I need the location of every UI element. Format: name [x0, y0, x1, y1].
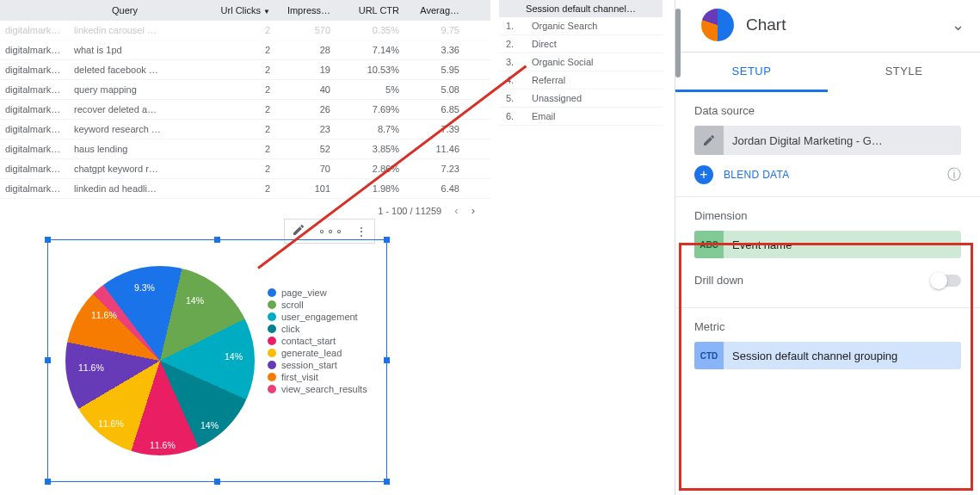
table-row[interactable]: digitalmarketing… what is 1pd 2 28 7.14%…: [0, 40, 490, 60]
row-number: 1.: [506, 21, 532, 31]
resize-handle[interactable]: [45, 357, 51, 363]
legend-item[interactable]: first_visit: [268, 372, 367, 382]
tab-style[interactable]: STYLE: [828, 53, 980, 92]
help-icon[interactable]: ⓘ: [947, 166, 961, 184]
metric-label: Metric: [694, 320, 961, 333]
data-source-chip[interactable]: Jordan Digital Marketing - G…: [694, 126, 961, 155]
impr-cell: 28: [275, 43, 336, 57]
drill-down-toggle[interactable]: [932, 275, 961, 287]
channel-name: Direct: [532, 39, 656, 49]
legend-swatch: [268, 300, 276, 309]
row-number: 3.: [506, 57, 532, 67]
channel-name: Email: [532, 111, 656, 121]
query-cell: deleted facebook …: [69, 63, 206, 77]
pager-next-icon[interactable]: ›: [472, 204, 475, 217]
resize-handle[interactable]: [45, 237, 51, 243]
channel-row[interactable]: 6.Email: [499, 108, 663, 126]
impr-cell: 70: [275, 162, 336, 176]
sort-desc-icon: ▼: [263, 8, 270, 15]
col-clicks[interactable]: Url Clicks ▼: [206, 3, 275, 17]
legend-item[interactable]: scroll: [268, 300, 367, 310]
clicks-cell: 2: [206, 63, 275, 77]
impr-cell: 40: [275, 83, 336, 96]
legend-item[interactable]: user_engagement: [268, 312, 367, 322]
pie-legend: page_viewscrolluser_engagementclickconta…: [268, 288, 367, 396]
section-metric: Metric CTD Session default channel group…: [675, 307, 980, 381]
pie-chart[interactable]: 14%14%14%11.6%11.6%11.6%11.6%9.3% page_v…: [47, 239, 387, 482]
table-row[interactable]: digitalmarketing… keyword research … 2 2…: [0, 120, 490, 139]
impr-cell: 26: [275, 102, 336, 116]
table-pager: 1 - 100 / 11259 ‹ ›: [0, 199, 490, 222]
row-number: 6.: [506, 111, 532, 121]
landing-page-cell: digitalmarketing…: [0, 43, 69, 57]
landing-page-cell: digitalmarketing…: [0, 83, 69, 96]
col-query[interactable]: Query: [69, 3, 206, 17]
pager-prev-icon[interactable]: ‹: [454, 204, 458, 217]
table-row[interactable]: digitalmarketing… linkedin ad headli… 2 …: [0, 179, 490, 199]
sidebar-scrollbar[interactable]: [675, 9, 681, 77]
query-cell: linkedin carousel …: [69, 23, 206, 37]
legend-swatch: [268, 312, 276, 321]
chart-type-selector[interactable]: Chart ⌄: [675, 0, 980, 53]
chart-more-icon[interactable]: ⋮: [355, 225, 367, 238]
legend-item[interactable]: session_start: [268, 360, 367, 370]
resize-handle[interactable]: [214, 479, 220, 485]
drill-down-row: Drill down: [675, 258, 980, 287]
channel-header[interactable]: Session default channel…: [499, 0, 663, 17]
avg-cell: 5.08: [404, 83, 465, 96]
col-impressions[interactable]: Impress…: [275, 3, 336, 17]
pager-text: 1 - 100 / 11259: [378, 206, 441, 216]
legend-item[interactable]: page_view: [268, 288, 367, 298]
ctr-cell: 7.69%: [336, 102, 404, 116]
clicks-cell: 2: [206, 142, 275, 156]
resize-handle[interactable]: [384, 479, 390, 485]
legend-item[interactable]: contact_start: [268, 336, 367, 346]
legend-label: generate_lead: [281, 348, 342, 358]
query-table: lp Query Url Clicks ▼ Impress… URL CTR A…: [0, 0, 490, 222]
table-row[interactable]: digitalmarketing… chatgpt keyword r… 2 7…: [0, 159, 490, 179]
table-row[interactable]: digitalmarketing… deleted facebook … 2 1…: [0, 60, 490, 80]
landing-page-cell: digitalmarketing…: [0, 23, 69, 37]
col-ctr[interactable]: URL CTR: [336, 3, 404, 17]
blend-data-label: BLEND DATA: [724, 169, 790, 181]
pie-slice-label: 14%: [225, 351, 243, 362]
metric-chip[interactable]: CTD Session default channel grouping: [694, 342, 961, 369]
edit-data-source-icon[interactable]: [694, 126, 724, 155]
clicks-cell: 2: [206, 102, 275, 116]
ctr-cell: 3.85%: [336, 142, 404, 156]
resize-handle[interactable]: [384, 357, 390, 363]
landing-page-cell: digitalmarketing…: [0, 122, 69, 136]
clicks-cell: 2: [206, 162, 275, 176]
abc-type-icon: ABC: [694, 231, 724, 258]
legend-label: page_view: [281, 288, 327, 298]
legend-label: session_start: [281, 360, 337, 370]
legend-item[interactable]: generate_lead: [268, 348, 367, 358]
resize-handle[interactable]: [45, 479, 51, 485]
legend-item[interactable]: click: [268, 324, 367, 334]
resize-handle[interactable]: [384, 237, 390, 243]
table-row[interactable]: digitalmarketing… query mapping 2 40 5% …: [0, 80, 490, 100]
tab-setup[interactable]: SETUP: [675, 53, 828, 92]
channel-row[interactable]: 4.Referral: [499, 71, 663, 90]
ctr-cell: 7.14%: [336, 43, 404, 57]
channel-name: Unassigned: [532, 93, 656, 103]
table-row[interactable]: digitalmarketing… recover deleted a… 2 2…: [0, 100, 490, 120]
table-row[interactable]: digitalmarketing… linkedin carousel … 2 …: [0, 21, 490, 40]
query-cell: keyword research …: [69, 122, 206, 136]
blend-data-button[interactable]: + BLEND DATA ⓘ: [694, 165, 961, 184]
data-source-label: Data source: [694, 104, 961, 117]
channel-row[interactable]: 5.Unassigned: [499, 90, 663, 108]
legend-item[interactable]: view_search_results: [268, 384, 367, 394]
resize-handle[interactable]: [214, 237, 220, 243]
avg-cell: 5.95: [404, 63, 465, 77]
channel-name: Organic Search: [532, 21, 656, 31]
col-avg[interactable]: Averag…: [404, 3, 465, 17]
channel-row[interactable]: 2.Direct: [499, 35, 663, 53]
chart-filter-icon[interactable]: ⚬⚬⚬: [317, 226, 343, 238]
pie-chart-icon: [701, 9, 734, 41]
channel-row[interactable]: 1.Organic Search: [499, 17, 663, 35]
dimension-chip[interactable]: ABC Event name: [694, 231, 961, 258]
landing-page-cell: digitalmarketing…: [0, 102, 69, 116]
legend-swatch: [268, 385, 276, 393]
legend-swatch: [268, 361, 276, 369]
